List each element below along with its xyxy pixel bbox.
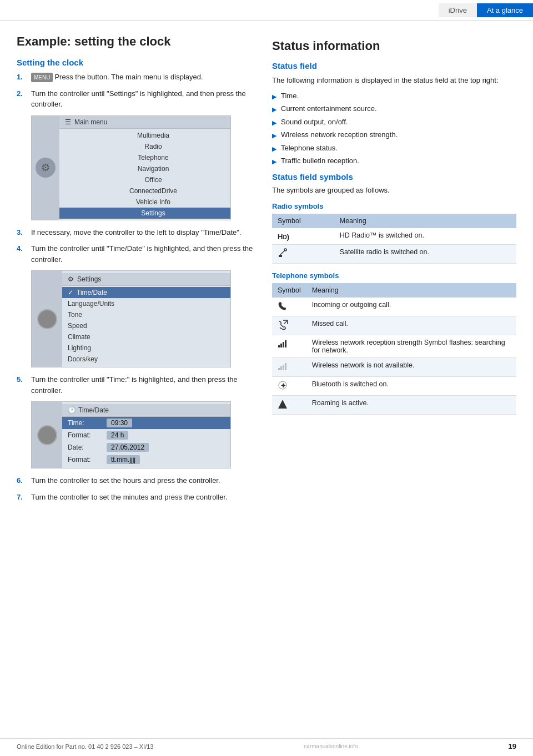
svg-text:✦: ✦: [280, 382, 286, 390]
timedate-row-time: Time: 09:30: [62, 417, 230, 429]
step-5: 5. Turn the controller until "Time:" is …: [17, 374, 255, 396]
idrive-tab-label: iDrive: [439, 3, 477, 17]
status-field-item-4: ▶ Telephone status.: [272, 143, 516, 154]
status-field-desc: The following information is displayed i…: [272, 75, 516, 86]
settings-item-lighting: Lighting: [62, 342, 230, 354]
settings-item-climate: Climate: [62, 331, 230, 342]
settings-menu-header: ⚙ Settings: [62, 273, 230, 286]
signal-empty-icon: [278, 361, 288, 371]
menu-item-telephone: Telephone: [59, 152, 230, 163]
timedate-mockup: 🕐 Time/Date Time: 09:30 Format: 24 h Dat…: [31, 401, 231, 468]
menu-item-connecteddrive: ConnectedDrive: [59, 185, 230, 196]
bluetooth-icon: ✦: [278, 380, 288, 390]
settings-mockup: ⚙ Settings ✓ Time/Date Language/Units To…: [31, 270, 231, 367]
step-7-num: 7.: [17, 492, 27, 503]
tel-row-2: Wireless network reception strength Symb…: [272, 335, 516, 357]
at-a-glance-tab[interactable]: At a glance: [477, 3, 533, 17]
menu-item-navigation: Navigation: [59, 163, 230, 174]
step-3-text: If necessary, move the controller to the…: [31, 227, 255, 238]
footer-online-text: Online Edition for Part no. 01 40 2 926 …: [17, 743, 153, 750]
bullet-arrow-icon-2: ▶: [272, 118, 276, 128]
timedate-header: 🕐 Time/Date: [62, 404, 230, 417]
svg-rect-12: [283, 365, 284, 370]
timedate-left-controller: [32, 402, 62, 468]
telephone-symbols-heading: Telephone symbols: [272, 271, 516, 280]
right-column: Status information Status field The foll…: [272, 34, 516, 508]
status-field-heading: Status field: [272, 61, 516, 70]
tel-symbol-0: [272, 298, 306, 316]
page-footer: Online Edition for Part no. 01 40 2 926 …: [0, 738, 533, 750]
settings-right-panel: ⚙ Settings ✓ Time/Date Language/Units To…: [62, 271, 230, 367]
phone-icon: [278, 301, 288, 311]
bullet-arrow-icon-3: ▶: [272, 131, 276, 140]
timedate-format2-value: tt.mm.jjjj: [107, 455, 140, 464]
checkmark-icon: ✓: [68, 289, 73, 296]
step-2-num: 2.: [17, 88, 27, 110]
status-field-item-3: ▶ Wireless network reception strength.: [272, 129, 516, 140]
status-field-symbols-heading: Status field symbols: [272, 172, 516, 182]
tel-symbol-2: [272, 335, 306, 357]
menu-item-multimedia: Multimedia: [59, 130, 230, 141]
footer-watermark: carmanualsonline.info: [304, 743, 358, 749]
menu-item-vehicleinfo: Vehicle Info: [59, 196, 230, 208]
step-3-num: 3.: [17, 227, 27, 238]
menu-item-settings: Settings: [59, 208, 230, 219]
settings-item-speed: Speed: [62, 320, 230, 331]
status-field-item-2: ▶ Sound output, on/off.: [272, 117, 516, 128]
svg-rect-9: [285, 340, 286, 347]
menu-item-office: Office: [59, 174, 230, 185]
main-menu-header: ☰ Main menu: [59, 116, 230, 129]
bullet-arrow-icon-5: ▶: [272, 157, 276, 167]
tel-meaning-1: Missed call.: [306, 316, 516, 335]
status-field-item-1: ▶ Current entertainment source.: [272, 103, 516, 114]
tel-meaning-0: Incoming or outgoing call.: [306, 298, 516, 316]
settings-left-controller: [32, 271, 62, 367]
tel-row-5: Roaming is active.: [272, 395, 516, 414]
status-field-list: ▶ Time. ▶ Current entertainment source. …: [272, 90, 516, 167]
step-2-text: Turn the controller until "Settings" is …: [31, 88, 255, 110]
signal-strong-icon: [278, 339, 288, 349]
timedate-row-format1: Format: 24 h: [62, 429, 230, 441]
step-7-text: Turn the controller to set the minutes a…: [31, 492, 255, 503]
step-4: 4. Turn the controller until "Time/Date"…: [17, 243, 255, 265]
menu-button-icon: MENU: [31, 73, 53, 82]
bullet-arrow-icon-1: ▶: [272, 105, 276, 114]
svg-rect-10: [278, 368, 280, 370]
timedate-row-date: Date: 27.05.2012: [62, 441, 230, 453]
svg-rect-6: [278, 345, 280, 347]
bullet-arrow-icon-4: ▶: [272, 144, 276, 154]
tel-symbol-5: [272, 395, 306, 414]
step-1: 1. MENUPress the button. The main menu i…: [17, 72, 255, 83]
step-6-text: Turn the controller to set the hours and…: [31, 475, 255, 486]
tel-row-0: Incoming or outgoing call.: [272, 298, 516, 316]
timedate-controller-icon: [37, 425, 57, 445]
page-title: Example: setting the clock: [17, 34, 255, 49]
main-menu-mockup: ⚙ ☰ Main menu Multimedia Radio Telephone…: [31, 115, 231, 220]
radio-row-1: Satellite radio is switched on.: [272, 244, 516, 263]
svg-rect-0: [279, 255, 282, 257]
step-6-num: 6.: [17, 475, 27, 486]
menu-side-controller: ⚙: [32, 116, 59, 220]
timedate-row-format2: Format: tt.mm.jjjj: [62, 453, 230, 466]
status-field-item-5: ▶ Traffic bulletin reception.: [272, 155, 516, 167]
timedate-format2-label: Format:: [68, 456, 107, 463]
timedate-clock-icon: 🕐: [68, 406, 76, 414]
radio-symbol-1: [272, 244, 334, 263]
step-6: 6. Turn the controller to set the hours …: [17, 475, 255, 486]
status-field-symbols-desc: The symbols are grouped as follows.: [272, 186, 516, 194]
tel-row-3: Wireless network is not available.: [272, 357, 516, 376]
roaming-icon: [278, 399, 288, 409]
menu-layout: ⚙ ☰ Main menu Multimedia Radio Telephone…: [32, 116, 230, 220]
radio-symbol-0: HD): [272, 228, 334, 245]
radio-symbols-heading: Radio symbols: [272, 202, 516, 210]
bullet-arrow-icon-0: ▶: [272, 92, 276, 102]
timedate-right-panel: 🕐 Time/Date Time: 09:30 Format: 24 h Dat…: [62, 402, 230, 468]
page-header: iDrive At a glance: [0, 0, 533, 21]
tel-col-meaning: Meaning: [306, 283, 516, 298]
settings-item-language: Language/Units: [62, 298, 230, 309]
tel-meaning-3: Wireless network is not available.: [306, 357, 516, 376]
settings-item-timedate: ✓ Time/Date: [62, 287, 230, 298]
setting-clock-heading: Setting the clock: [17, 58, 255, 67]
step-4-text: Turn the controller until "Time/Date" is…: [31, 243, 255, 265]
radio-symbols-table: Symbol Meaning HD) HD Radio™ is switched…: [272, 214, 516, 264]
